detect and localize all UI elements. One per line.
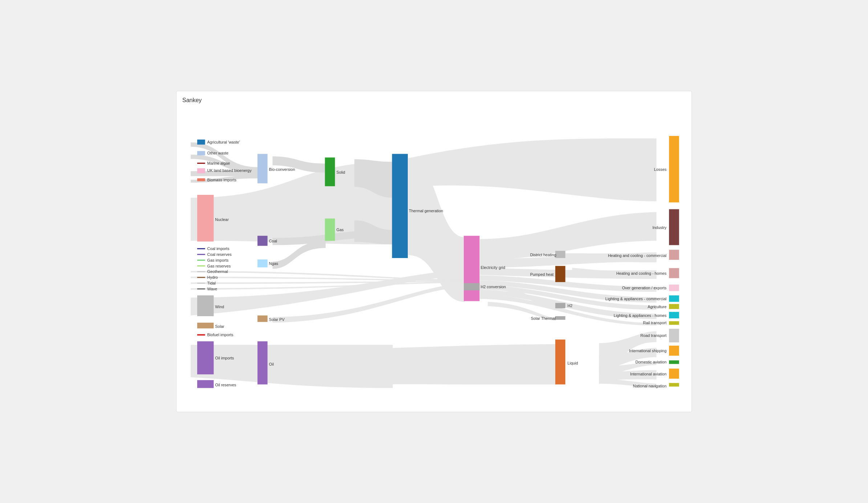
label-hydro: Hydro xyxy=(207,275,218,279)
node-national-navigation xyxy=(669,383,679,387)
label-oil-reserves: Oil reserves xyxy=(215,383,236,387)
label-solar: Solar xyxy=(215,324,224,329)
node-agriculture xyxy=(669,304,679,309)
node-liquid xyxy=(555,339,565,384)
node-lighting-commercial xyxy=(669,295,679,302)
node-other-waste xyxy=(197,151,205,156)
label-marine-algae: Marine algae xyxy=(207,161,230,165)
node-solid xyxy=(325,157,335,186)
label-gas-imports: Gas imports xyxy=(207,258,229,262)
label-over-generation-exports: Over generation / exports xyxy=(622,286,667,290)
node-rail-transport xyxy=(669,321,679,325)
node-solar-thermal xyxy=(555,316,565,320)
sankey-card: Sankey xyxy=(176,91,692,412)
label-coal-reserves: Coal reserves xyxy=(207,252,232,257)
node-nuclear xyxy=(197,195,214,241)
label-wave: Wave xyxy=(207,287,217,291)
label-gas-reserves: Gas reserves xyxy=(207,264,231,268)
label-coal-node: Coal xyxy=(269,239,277,243)
node-agricultural-waste xyxy=(197,140,205,145)
node-oil-imports xyxy=(197,341,214,374)
node-coal-2 xyxy=(257,236,268,246)
node-domestic-aviation xyxy=(669,361,679,364)
node-solar-pv xyxy=(257,315,268,322)
label-coal-imports: Coal imports xyxy=(207,246,230,251)
label-solid: Solid xyxy=(336,170,345,174)
label-electricity-grid: Electricity grid xyxy=(480,265,505,270)
node-bio-conversion xyxy=(257,154,268,183)
node-biomass-imports xyxy=(197,178,205,181)
node-wind xyxy=(197,295,214,316)
label-pumped-heat: Pumped heat xyxy=(530,272,554,277)
label-biofuel-imports: Biofuel imports xyxy=(207,333,234,337)
node-oil-reserves xyxy=(197,380,214,388)
label-liquid: Liquid xyxy=(568,361,578,365)
node-uk-land-bioenergy xyxy=(197,168,205,173)
label-industry: Industry xyxy=(653,225,667,230)
node-electricity-grid xyxy=(464,236,479,301)
node-h2-conversion xyxy=(464,283,479,290)
label-heating-cooling-commercial: Heating and cooling - commercial xyxy=(608,253,666,258)
label-road-transport: Road transport xyxy=(640,333,666,338)
label-h2-node: H2 xyxy=(568,303,573,308)
label-losses: Losses xyxy=(654,167,667,172)
node-over-generation-exports xyxy=(669,285,679,291)
label-gas: Gas xyxy=(336,228,344,232)
node-oil-2 xyxy=(257,341,268,385)
node-ngas xyxy=(257,259,268,267)
node-gas xyxy=(325,218,335,241)
node-losses xyxy=(669,136,679,202)
label-ngas: Ngas xyxy=(269,261,279,266)
node-international-aviation xyxy=(669,369,679,379)
label-geothermal: Geothermal xyxy=(207,269,228,274)
node-pumped-heat xyxy=(555,266,565,282)
label-national-navigation: National navigation xyxy=(633,384,666,388)
label-uk-land-bioenergy: UK land based bioenergy xyxy=(207,168,252,173)
label-lighting-homes: Lighting & appliances - homes xyxy=(614,313,667,318)
label-wind: Wind xyxy=(215,305,224,309)
label-agriculture: Agriculture xyxy=(648,305,666,309)
label-other-waste: Other waste xyxy=(207,151,229,155)
node-road-transport xyxy=(669,329,679,343)
label-lighting-commercial: Lighting & appliances - commercial xyxy=(605,297,666,301)
label-bio-conversion: Bio-conversion xyxy=(269,167,295,172)
label-biomass-imports: Biomass imports xyxy=(207,178,237,182)
node-h2 xyxy=(555,303,565,308)
label-h2-conversion: H2 conversion xyxy=(480,285,506,289)
label-nuclear: Nuclear xyxy=(215,217,229,222)
node-lighting-homes xyxy=(669,312,679,318)
node-solar xyxy=(197,323,214,329)
label-solar-thermal: Solar Thermal xyxy=(531,316,556,321)
label-tidal: Tidal xyxy=(207,281,216,285)
node-thermal-generation xyxy=(392,154,407,258)
node-industry xyxy=(669,209,679,245)
label-international-aviation: International aviation xyxy=(630,372,666,376)
label-solar-pv: Solar PV xyxy=(269,317,285,322)
node-international-shipping xyxy=(669,346,679,356)
node-district-heating xyxy=(555,251,565,258)
label-agricultural-waste: Agricultural 'waste' xyxy=(207,140,240,144)
label-international-shipping: International shipping xyxy=(629,349,666,353)
label-oil-imports: Oil imports xyxy=(215,356,234,360)
label-thermal-generation: Thermal generation xyxy=(409,209,443,213)
label-rail-transport: Rail transport xyxy=(643,321,667,325)
label-oil-node: Oil xyxy=(269,362,274,366)
label-domestic-aviation: Domestic aviation xyxy=(635,360,666,364)
node-heating-cooling-homes xyxy=(669,268,679,278)
label-heating-cooling-homes: Heating and cooling - homes xyxy=(616,271,667,275)
node-heating-cooling-commercial xyxy=(669,250,679,260)
sankey-diagram: Agricultural 'waste' Other waste Marine … xyxy=(182,108,686,406)
label-district-heating: District heating xyxy=(530,253,556,257)
card-title: Sankey xyxy=(182,97,686,104)
